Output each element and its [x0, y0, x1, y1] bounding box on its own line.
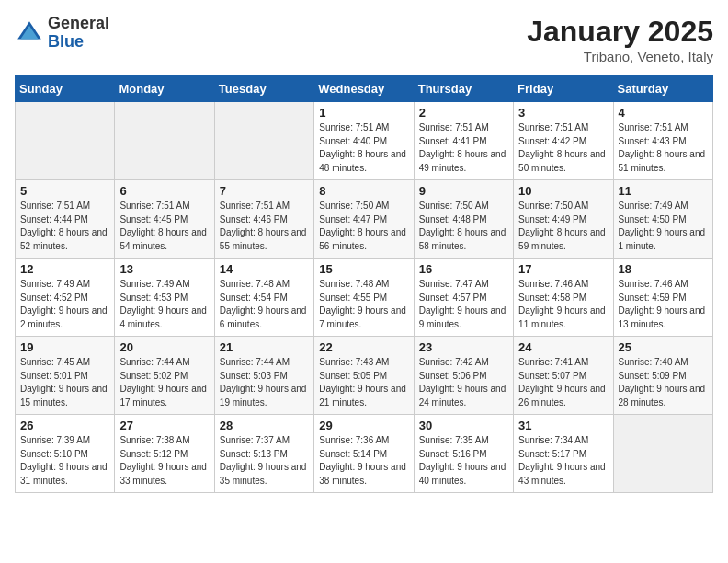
day-number: 6: [119, 184, 209, 198]
day-number: 14: [220, 262, 309, 276]
day-number: 30: [419, 419, 508, 432]
sunset-text: Sunset: 4:40 PM: [319, 135, 408, 149]
sunset-text: Sunset: 5:02 PM: [119, 370, 209, 384]
calendar-cell: 18Sunrise: 7:46 AMSunset: 4:59 PMDayligh…: [613, 259, 712, 337]
calendar-cell: 23Sunrise: 7:42 AMSunset: 5:06 PMDayligh…: [414, 337, 513, 415]
daylight-text: Daylight: 8 hours and 49 minutes.: [419, 148, 508, 175]
calendar-week-row: 5Sunrise: 7:51 AMSunset: 4:44 PMDaylight…: [16, 180, 713, 259]
sunset-text: Sunset: 4:41 PM: [419, 135, 508, 149]
daylight-text: Daylight: 9 hours and 17 minutes.: [119, 383, 209, 409]
calendar-week-row: 26Sunrise: 7:39 AMSunset: 5:10 PMDayligh…: [16, 415, 713, 493]
daylight-text: Daylight: 9 hours and 24 minutes.: [419, 383, 508, 409]
daylight-text: Daylight: 8 hours and 58 minutes.: [419, 226, 508, 253]
sunrise-text: Sunrise: 7:44 AM: [119, 356, 209, 370]
day-number: 27: [119, 419, 209, 432]
daylight-text: Daylight: 9 hours and 7 minutes.: [319, 304, 408, 331]
calendar-week-row: 12Sunrise: 7:49 AMSunset: 4:52 PMDayligh…: [16, 259, 713, 337]
sunrise-text: Sunrise: 7:49 AM: [619, 200, 708, 213]
sunrise-text: Sunrise: 7:49 AM: [20, 278, 109, 292]
day-info: Sunrise: 7:39 AMSunset: 5:10 PMDaylight:…: [20, 434, 109, 488]
sunset-text: Sunset: 4:42 PM: [518, 135, 608, 149]
day-info: Sunrise: 7:51 AMSunset: 4:41 PMDaylight:…: [419, 121, 508, 175]
sunrise-text: Sunrise: 7:47 AM: [419, 278, 508, 292]
day-info: Sunrise: 7:50 AMSunset: 4:47 PMDaylight:…: [319, 200, 408, 253]
day-info: Sunrise: 7:38 AMSunset: 5:12 PMDaylight:…: [119, 434, 209, 488]
sunset-text: Sunset: 5:16 PM: [419, 448, 508, 462]
sunrise-text: Sunrise: 7:49 AM: [119, 278, 209, 292]
calendar-table: Sunday Monday Tuesday Wednesday Thursday…: [15, 75, 713, 493]
sunrise-text: Sunrise: 7:39 AM: [20, 434, 109, 448]
day-info: Sunrise: 7:44 AMSunset: 5:02 PMDaylight:…: [119, 356, 209, 409]
sunset-text: Sunset: 5:07 PM: [518, 370, 608, 384]
day-number: 3: [518, 106, 608, 120]
daylight-text: Daylight: 9 hours and 26 minutes.: [518, 383, 608, 409]
calendar-cell: 17Sunrise: 7:46 AMSunset: 4:58 PMDayligh…: [514, 259, 613, 337]
sunset-text: Sunset: 5:14 PM: [319, 448, 408, 462]
calendar-cell: 27Sunrise: 7:38 AMSunset: 5:12 PMDayligh…: [115, 415, 214, 493]
calendar-cell: 15Sunrise: 7:48 AMSunset: 4:55 PMDayligh…: [314, 259, 414, 337]
daylight-text: Daylight: 9 hours and 31 minutes.: [20, 461, 109, 488]
sunrise-text: Sunrise: 7:50 AM: [419, 200, 508, 213]
calendar-cell: 1Sunrise: 7:51 AMSunset: 4:40 PMDaylight…: [314, 102, 414, 180]
sunset-text: Sunset: 4:48 PM: [419, 213, 508, 227]
calendar-cell: 31Sunrise: 7:34 AMSunset: 5:17 PMDayligh…: [514, 415, 613, 493]
header-row: Sunday Monday Tuesday Wednesday Thursday…: [16, 76, 713, 102]
calendar-cell: 16Sunrise: 7:47 AMSunset: 4:57 PMDayligh…: [414, 259, 513, 337]
day-info: Sunrise: 7:50 AMSunset: 4:48 PMDaylight:…: [419, 200, 508, 253]
sunset-text: Sunset: 4:59 PM: [619, 292, 708, 305]
day-info: Sunrise: 7:50 AMSunset: 4:49 PMDaylight:…: [518, 200, 608, 253]
calendar-cell: 21Sunrise: 7:44 AMSunset: 5:03 PMDayligh…: [214, 337, 313, 415]
day-number: 23: [419, 340, 508, 354]
daylight-text: Daylight: 9 hours and 13 minutes.: [619, 304, 708, 331]
sunset-text: Sunset: 4:49 PM: [518, 213, 608, 227]
calendar-cell: 9Sunrise: 7:50 AMSunset: 4:48 PMDaylight…: [414, 180, 513, 259]
day-info: Sunrise: 7:43 AMSunset: 5:05 PMDaylight:…: [319, 356, 408, 409]
day-number: 13: [119, 262, 209, 276]
sunrise-text: Sunrise: 7:44 AM: [220, 356, 309, 370]
logo-general: General: [48, 15, 109, 33]
sunrise-text: Sunrise: 7:46 AM: [619, 278, 708, 292]
day-info: Sunrise: 7:42 AMSunset: 5:06 PMDaylight:…: [419, 356, 508, 409]
daylight-text: Daylight: 9 hours and 2 minutes.: [20, 304, 109, 331]
sunset-text: Sunset: 4:58 PM: [518, 292, 608, 305]
sunset-text: Sunset: 5:13 PM: [220, 448, 309, 462]
daylight-text: Daylight: 9 hours and 6 minutes.: [220, 304, 309, 331]
sunset-text: Sunset: 5:09 PM: [619, 370, 708, 384]
col-wednesday: Wednesday: [314, 76, 414, 102]
sunrise-text: Sunrise: 7:48 AM: [220, 278, 309, 292]
daylight-text: Daylight: 9 hours and 28 minutes.: [619, 383, 708, 409]
sunrise-text: Sunrise: 7:37 AM: [220, 434, 309, 448]
logo-text: General Blue: [48, 15, 109, 52]
daylight-text: Daylight: 8 hours and 55 minutes.: [220, 226, 309, 253]
daylight-text: Daylight: 8 hours and 48 minutes.: [319, 148, 408, 175]
day-info: Sunrise: 7:46 AMSunset: 4:58 PMDaylight:…: [518, 278, 608, 331]
day-info: Sunrise: 7:40 AMSunset: 5:09 PMDaylight:…: [619, 356, 708, 409]
day-info: Sunrise: 7:48 AMSunset: 4:55 PMDaylight:…: [319, 278, 408, 331]
calendar-cell: [115, 102, 214, 180]
day-info: Sunrise: 7:35 AMSunset: 5:16 PMDaylight:…: [419, 434, 508, 488]
calendar-cell: [16, 102, 115, 180]
day-number: 7: [220, 184, 309, 198]
calendar-header: Sunday Monday Tuesday Wednesday Thursday…: [16, 76, 713, 102]
day-number: 4: [619, 106, 708, 120]
sunrise-text: Sunrise: 7:40 AM: [619, 356, 708, 370]
day-number: 20: [119, 340, 209, 354]
calendar-cell: 19Sunrise: 7:45 AMSunset: 5:01 PMDayligh…: [16, 337, 115, 415]
calendar-cell: 28Sunrise: 7:37 AMSunset: 5:13 PMDayligh…: [214, 415, 313, 493]
daylight-text: Daylight: 9 hours and 4 minutes.: [119, 304, 209, 331]
daylight-text: Daylight: 8 hours and 50 minutes.: [518, 148, 608, 175]
calendar-week-row: 19Sunrise: 7:45 AMSunset: 5:01 PMDayligh…: [16, 337, 713, 415]
col-thursday: Thursday: [414, 76, 513, 102]
day-info: Sunrise: 7:51 AMSunset: 4:42 PMDaylight:…: [518, 121, 608, 175]
day-info: Sunrise: 7:49 AMSunset: 4:52 PMDaylight:…: [20, 278, 109, 331]
sunset-text: Sunset: 4:44 PM: [20, 213, 109, 227]
day-number: 22: [319, 340, 408, 354]
daylight-text: Daylight: 8 hours and 52 minutes.: [20, 226, 109, 253]
calendar-cell: 25Sunrise: 7:40 AMSunset: 5:09 PMDayligh…: [613, 337, 712, 415]
calendar-cell: 2Sunrise: 7:51 AMSunset: 4:41 PMDaylight…: [414, 102, 513, 180]
calendar-cell: 14Sunrise: 7:48 AMSunset: 4:54 PMDayligh…: [214, 259, 313, 337]
col-monday: Monday: [115, 76, 214, 102]
daylight-text: Daylight: 8 hours and 56 minutes.: [319, 226, 408, 253]
col-tuesday: Tuesday: [214, 76, 313, 102]
daylight-text: Daylight: 9 hours and 40 minutes.: [419, 461, 508, 488]
